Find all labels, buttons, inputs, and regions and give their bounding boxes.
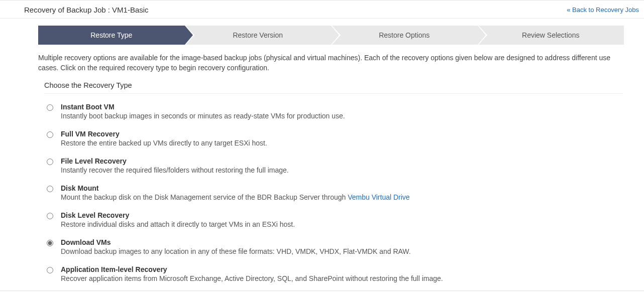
option-desc: Download backup images to any location i… bbox=[61, 247, 624, 255]
option-desc: Instantly recover the required files/fol… bbox=[61, 166, 624, 174]
wizard-step-label: Review Selections bbox=[522, 31, 579, 39]
wizard-step-restore-version[interactable]: Restore Version bbox=[185, 26, 332, 45]
wizard-step-label: Restore Type bbox=[90, 31, 132, 39]
intro-text: Multiple recovery options are available … bbox=[38, 53, 624, 73]
option-radio-file-level-recovery[interactable] bbox=[47, 159, 53, 165]
wizard-step-review-selections[interactable]: Review Selections bbox=[478, 26, 624, 45]
option-title: Download VMs bbox=[61, 238, 624, 246]
option-title: Disk Level Recovery bbox=[61, 211, 624, 219]
wizard-step-restore-options[interactable]: Restore Options bbox=[331, 26, 478, 45]
recovery-options-list: Instant Boot VM Instantly boot backup im… bbox=[44, 96, 624, 285]
option-desc: Restore individual disks and attach it d… bbox=[61, 220, 624, 228]
job-name: VM1-Basic bbox=[112, 6, 149, 14]
option-title: Instant Boot VM bbox=[61, 103, 624, 111]
wizard-step-restore-type[interactable]: Restore Type bbox=[38, 26, 185, 45]
option-radio-application-item-level-recovery[interactable] bbox=[47, 267, 53, 273]
option-radio-download-vms[interactable] bbox=[47, 240, 53, 246]
option-instant-boot-vm[interactable]: Instant Boot VM Instantly boot backup im… bbox=[44, 96, 624, 123]
option-full-vm-recovery[interactable]: Full VM Recovery Restore the entire back… bbox=[44, 123, 624, 150]
option-radio-disk-mount[interactable] bbox=[47, 186, 53, 192]
option-download-vms[interactable]: Download VMs Download backup images to a… bbox=[44, 231, 624, 258]
option-desc: Recover application items from Microsoft… bbox=[61, 274, 624, 282]
option-title: File Level Recovery bbox=[61, 157, 624, 165]
option-title: Disk Mount bbox=[61, 184, 624, 192]
option-desc-pre: Mount the backup disk on the Disk Manage… bbox=[61, 193, 348, 201]
page-title: Recovery of Backup Job : VM1-Basic bbox=[24, 6, 149, 14]
back-to-recovery-jobs-link[interactable]: « Back to Recovery Jobs bbox=[567, 6, 642, 14]
footer-bar: Cancel Next bbox=[0, 290, 644, 292]
choose-recovery-type-label: Choose the Recovery Type bbox=[44, 81, 623, 94]
option-radio-instant-boot-vm[interactable] bbox=[47, 104, 53, 111]
wizard-steps: Restore Type Restore Version Restore Opt… bbox=[38, 26, 624, 45]
wizard-step-label: Restore Options bbox=[379, 31, 430, 39]
option-disk-mount[interactable]: Disk Mount Mount the backup disk on the … bbox=[44, 177, 624, 204]
option-desc: Mount the backup disk on the Disk Manage… bbox=[61, 193, 624, 201]
page-header: Recovery of Backup Job : VM1-Basic « Bac… bbox=[0, 1, 644, 19]
option-title: Full VM Recovery bbox=[61, 130, 624, 138]
option-desc: Instantly boot backup images in seconds … bbox=[61, 112, 624, 120]
option-radio-full-vm-recovery[interactable] bbox=[47, 131, 53, 138]
option-application-item-level-recovery[interactable]: Application Item-level Recovery Recover … bbox=[44, 258, 624, 285]
option-title: Application Item-level Recovery bbox=[61, 265, 624, 273]
option-desc: Restore the entire backed up VMs directl… bbox=[61, 139, 624, 147]
option-radio-disk-level-recovery[interactable] bbox=[47, 213, 53, 219]
option-file-level-recovery[interactable]: File Level Recovery Instantly recover th… bbox=[44, 150, 624, 177]
option-disk-level-recovery[interactable]: Disk Level Recovery Restore individual d… bbox=[44, 204, 624, 231]
vembu-virtual-drive-link[interactable]: Vembu Virtual Drive bbox=[348, 193, 409, 201]
wizard-step-label: Restore Version bbox=[233, 31, 283, 39]
title-prefix: Recovery of Backup Job : bbox=[24, 6, 112, 14]
